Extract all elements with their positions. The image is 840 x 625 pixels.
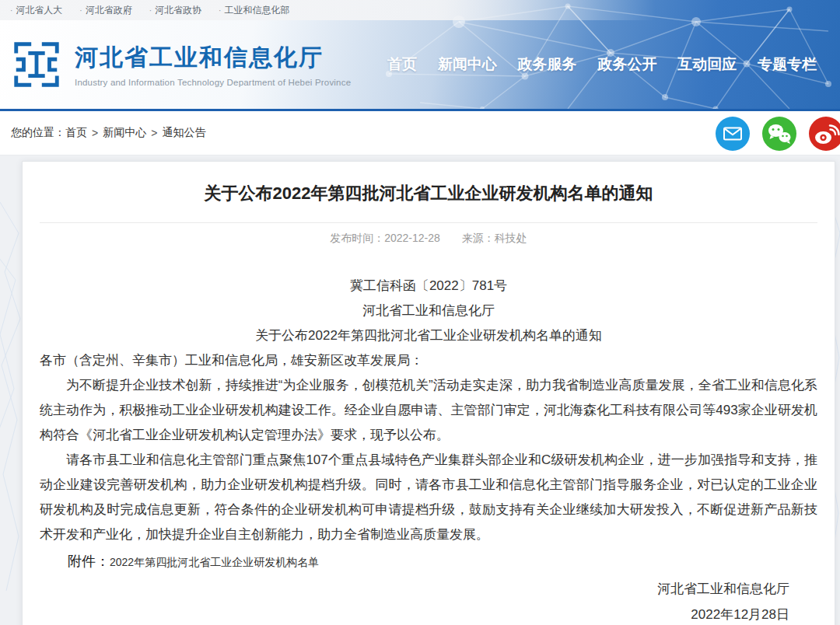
doc-number: 冀工信科函〔2022〕781号: [40, 274, 817, 299]
site-banner: ·河北省人大 ·河北省政府 ·河北省政协 ·工业和信息化部: [0, 0, 840, 111]
doc-paragraph: 为不断提升企业技术创新，持续推进“为企业服务，创模范机关”活动走实走深，助力我省…: [40, 373, 817, 448]
signature-date: 2022年12月28日: [40, 602, 789, 625]
main-nav: 首页 新闻中心 政务服务 政务公开 互动回应 专题专栏: [387, 20, 817, 109]
mail-icon[interactable]: [716, 117, 750, 151]
breadcrumb-notices[interactable]: 通知公告: [162, 126, 205, 140]
signature-org: 河北省工业和信息化厅: [40, 576, 789, 602]
site-title: 河北省工业和信息化厅: [75, 44, 351, 72]
doc-salutation: 各市（含定州、辛集市）工业和信息化局，雄安新区改革发展局：: [40, 348, 817, 373]
topbar-link-renda[interactable]: ·河北省人大: [10, 4, 62, 17]
attachment-link[interactable]: 2022年第四批河北省工业企业研发机构名单: [110, 556, 319, 568]
wechat-icon[interactable]: [762, 117, 796, 151]
bullet: ·: [219, 6, 221, 15]
title-divider: [40, 222, 817, 223]
doc-title: 关于公布2022年第四批河北省工业企业研发机构名单的通知: [40, 323, 817, 348]
signature-block: 河北省工业和信息化厅 2022年12月28日: [40, 576, 817, 625]
attachment-line: 附件：2022年第四批河北省工业企业研发机构名单: [40, 549, 817, 574]
article-meta: 发布时间：2022-12-28来源：科技处: [40, 230, 817, 246]
article-source: 来源：科技处: [462, 232, 527, 244]
nav-interaction[interactable]: 互动回应: [677, 54, 737, 75]
publish-time: 发布时间：2022-12-28: [330, 232, 440, 244]
nav-special-topics[interactable]: 专题专栏: [758, 54, 817, 75]
bullet: ·: [10, 6, 12, 15]
topbar-link-zhengfu[interactable]: ·河北省政府: [79, 4, 131, 17]
breadcrumb-separator: >: [92, 127, 98, 139]
site-logo[interactable]: 河北省工业和信息化厅 Industry and Information Tech…: [9, 37, 351, 92]
topbar-link-miit[interactable]: ·工业和信息化部: [219, 4, 289, 17]
attachment-label: 附件：: [68, 553, 110, 569]
breadcrumb-separator: >: [151, 127, 157, 139]
department-seal-icon: [9, 37, 64, 92]
article-title: 关于公布2022年第四批河北省工业企业研发机构名单的通知: [40, 182, 817, 205]
breadcrumb-home[interactable]: 首页: [65, 126, 87, 140]
nav-gov-services[interactable]: 政务服务: [518, 54, 577, 75]
document-body: 冀工信科函〔2022〕781号 河北省工业和信息化厅 关于公布2022年第四批河…: [40, 274, 817, 625]
nav-home[interactable]: 首页: [387, 54, 417, 75]
breadcrumb-prefix: 您的位置：: [11, 126, 65, 140]
breadcrumb-news-center[interactable]: 新闻中心: [103, 126, 146, 140]
doc-issuing-org: 河北省工业和信息化厅: [40, 299, 817, 323]
header: 河北省工业和信息化厅 Industry and Information Tech…: [0, 20, 840, 109]
topbar: ·河北省人大 ·河北省政府 ·河北省政协 ·工业和信息化部: [0, 0, 840, 20]
site-subtitle: Industry and Information Technology Depa…: [75, 78, 351, 87]
weibo-icon[interactable]: [809, 117, 840, 151]
bullet: ·: [149, 6, 152, 15]
nav-news-center[interactable]: 新闻中心: [438, 54, 497, 75]
social-share: [716, 117, 840, 151]
article-card: 关于公布2022年第四批河北省工业企业研发机构名单的通知 发布时间：2022-1…: [22, 161, 835, 625]
doc-paragraph: 请各市县工业和信息化主管部门重点聚焦107个重点县域特色产业集群头部企业和C级研…: [40, 448, 817, 547]
bullet: ·: [79, 6, 82, 15]
breadcrumb-band: 您的位置： 首页 > 新闻中心 > 通知公告: [0, 111, 840, 155]
nav-gov-disclosure[interactable]: 政务公开: [597, 54, 656, 75]
topbar-link-zhengxie[interactable]: ·河北省政协: [149, 4, 201, 17]
